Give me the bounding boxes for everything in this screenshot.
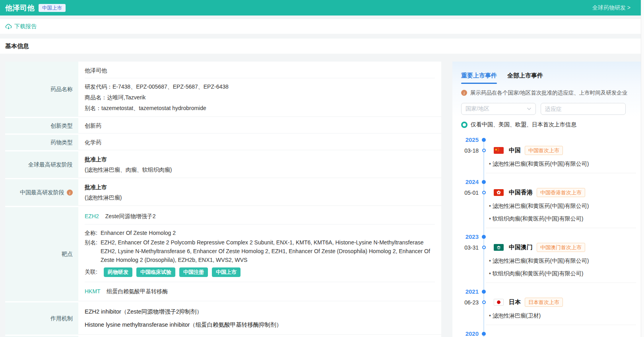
timeline: 202503-18中国中国首次上市滤泡性淋巴瘤(和黄医药(中国)有限公司)202…	[461, 136, 636, 337]
relation-tag-button[interactable]: 中国临床试验	[136, 267, 175, 277]
row-global-stage: 全球最高研发阶段 批准上市 (滤泡性淋巴瘤、肉瘤、软组织肉瘤)	[5, 151, 441, 178]
first-launch-radio-label: 仅看中国、美国、欧盟、日本首次上市信息	[471, 121, 576, 128]
target-desc: Zeste同源物增强子2	[105, 213, 156, 219]
drug-codes: 研发代码：E-7438、EPZ-005687、EPZ-5687、EPZ-6438	[85, 81, 435, 92]
event-year: 2020	[461, 330, 479, 337]
event-country: 中国澳门	[509, 244, 533, 251]
row-label: 药物类型	[5, 135, 78, 150]
event-year: 2024	[461, 178, 479, 185]
event-year: 2023	[461, 233, 479, 240]
row-drug-name: 药品名称 他泽司他 研发代码：E-7438、EPZ-005687、EPZ-568…	[5, 62, 441, 117]
row-drug-type: 药物类型 化学药	[5, 135, 441, 150]
year-dot-icon	[482, 180, 486, 184]
first-launch-badge: 日本首次上市	[525, 298, 563, 307]
info-icon[interactable]: i	[67, 190, 73, 196]
relation-tag-button[interactable]: 中国上市	[212, 267, 241, 277]
event-year: 2025	[461, 136, 479, 143]
panel-note: i 展示药品在各个国家/地区首次批准的适应症、上市时间及研发企业	[461, 89, 636, 97]
relation-tag-button[interactable]: 药物研发	[104, 267, 132, 277]
country-flag-icon	[494, 244, 504, 251]
event-date: 03-31	[461, 244, 479, 251]
section-title: 基本信息	[5, 43, 29, 50]
row-china-stage: 中国最高研发阶段 i 批准上市 (滤泡性淋巴瘤)	[5, 179, 441, 206]
drug-type-value: 化学药	[78, 135, 441, 150]
target-desc: 组蛋白赖氨酸甲基转移酶	[107, 288, 168, 294]
event-country: 中国	[509, 147, 521, 154]
date-ring-icon	[482, 300, 486, 304]
event-country: 日本	[509, 298, 521, 306]
drug-alias: 别名：tazemetostat、tazemetostat hydrobromid…	[85, 103, 435, 114]
target-link-ezh2[interactable]: EZH2	[85, 213, 99, 219]
moa-line: EZH2 inhibitor（Zeste同源物增强子2抑制剂）	[85, 305, 435, 318]
drug-trade-name: 商品名：达唯珂,Tazverik	[85, 92, 435, 103]
row-label: 靶点	[5, 207, 78, 301]
events-tabs: 重要上市事件 全部上市事件	[461, 72, 636, 84]
row-target: 靶点 EZH2 Zeste同源物增强子2 全称: Enhancer Of Zes…	[5, 207, 441, 301]
date-ring-icon	[482, 191, 486, 194]
target-link-hkmt[interactable]: HKMT	[85, 288, 100, 294]
target-alias: 别名: EZH2, Enhancer Of Zeste 2 Polycomb R…	[85, 238, 435, 264]
global-stage-indications: (滤泡性淋巴瘤、肉瘤、软组织肉瘤)	[85, 165, 435, 175]
section-band: 基本信息	[0, 39, 644, 54]
event-indication-item: 滤泡性淋巴瘤(和黄医药(中国)有限公司)	[489, 202, 636, 210]
innovation-value: 创新药	[78, 118, 441, 134]
year-dot-icon	[482, 290, 486, 294]
country-flag-icon	[494, 299, 504, 306]
event-separator	[486, 173, 636, 173]
download-report-button[interactable]: 下载报告	[5, 23, 37, 30]
timeline-event: 202503-18中国中国首次上市滤泡性淋巴瘤(和黄医药(中国)有限公司)	[461, 136, 636, 168]
listed-status-badge: 中国上市	[39, 4, 66, 12]
tab-all-market-events[interactable]: 全部上市事件	[507, 72, 543, 84]
china-stage-indications: (滤泡性淋巴瘤)	[85, 192, 435, 203]
event-separator	[486, 283, 636, 283]
market-events-panel: 重要上市事件 全部上市事件 i 展示药品在各个国家/地区首次批准的适应症、上市时…	[452, 62, 644, 337]
timeline-event: 202001-23美国美国首次上市肉瘤(Epizyme Inc)	[461, 325, 636, 337]
basic-info-card: 药品名称 他泽司他 研发代码：E-7438、EPZ-005687、EPZ-568…	[5, 62, 441, 337]
row-label: 全球最高研发阶段	[5, 151, 78, 178]
event-date: 06-23	[461, 299, 479, 306]
page-scrollbar[interactable]	[641, 0, 644, 337]
country-flag-icon	[494, 189, 504, 196]
first-launch-badge: 中国澳门首次上市	[537, 243, 585, 252]
year-dot-icon	[482, 235, 486, 239]
event-indication-item: 滤泡性淋巴瘤(和黄医药(中国)有限公司)	[489, 257, 636, 265]
moa-line: Histone lysine methyltransferase inhibit…	[85, 318, 435, 331]
china-stage-value: 批准上市	[85, 182, 435, 192]
country-select-placeholder: 国家/地区	[466, 105, 527, 112]
timeline-event: 202106-23日本日本首次上市滤泡性淋巴瘤(卫材)	[461, 283, 636, 320]
timeline-event: 202303-31中国澳门中国澳门首次上市滤泡性淋巴瘤(和黄医药(中国)有限公司…	[461, 228, 636, 277]
target-relation-tags: 药物研发中国临床试验中国注册中国上市	[104, 267, 241, 277]
country-region-select[interactable]: 国家/地区	[461, 103, 536, 115]
global-rd-nav-link[interactable]: 全球药物研发 >	[592, 4, 630, 12]
top-header: 他泽司他 中国上市 全球药物研发 >	[0, 0, 644, 15]
event-indication-item: 滤泡性淋巴瘤(和黄医药(中国)有限公司)	[489, 160, 636, 168]
indication-filter-input[interactable]	[541, 103, 626, 115]
country-flag-icon	[494, 147, 504, 154]
row-label: 药品名称	[5, 62, 78, 117]
row-innovation-type: 创新类型 创新药	[5, 118, 441, 134]
event-date: 03-18	[461, 147, 479, 154]
row-label: 作用机制	[5, 302, 78, 335]
date-ring-icon	[482, 246, 486, 249]
first-launch-badge: 中国首次上市	[525, 146, 563, 155]
event-country: 中国香港	[509, 189, 533, 196]
first-launch-badge: 中国香港首次上市	[537, 188, 585, 197]
year-dot-icon	[482, 332, 486, 336]
drug-title: 他泽司他	[5, 3, 35, 13]
download-report-label: 下载报告	[14, 23, 37, 30]
tab-key-market-events[interactable]: 重要上市事件	[461, 72, 497, 84]
year-dot-icon	[482, 138, 486, 142]
event-year: 2021	[461, 288, 479, 295]
row-label: 创新类型	[5, 118, 78, 134]
event-indication-item: 软组织肉瘤(和黄医药(中国)有限公司)	[489, 270, 636, 277]
info-icon: i	[461, 90, 467, 96]
event-indication-item: 滤泡性淋巴瘤(卫材)	[489, 312, 636, 320]
date-ring-icon	[482, 149, 486, 152]
target-full-name: 全称: Enhancer Of Zeste Homolog 2	[85, 229, 435, 237]
event-separator	[486, 228, 636, 228]
event-date: 05-01	[461, 190, 479, 196]
first-launch-radio[interactable]	[461, 122, 467, 128]
download-cloud-icon	[5, 23, 12, 30]
relation-tag-button[interactable]: 中国注册	[179, 267, 208, 277]
relation-label: 关联:	[85, 269, 97, 276]
